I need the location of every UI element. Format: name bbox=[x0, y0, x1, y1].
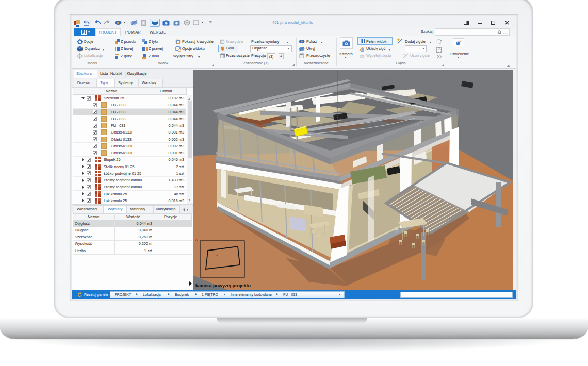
svg-text:kamera powyżej projektu: kamera powyżej projektu bbox=[195, 283, 251, 288]
